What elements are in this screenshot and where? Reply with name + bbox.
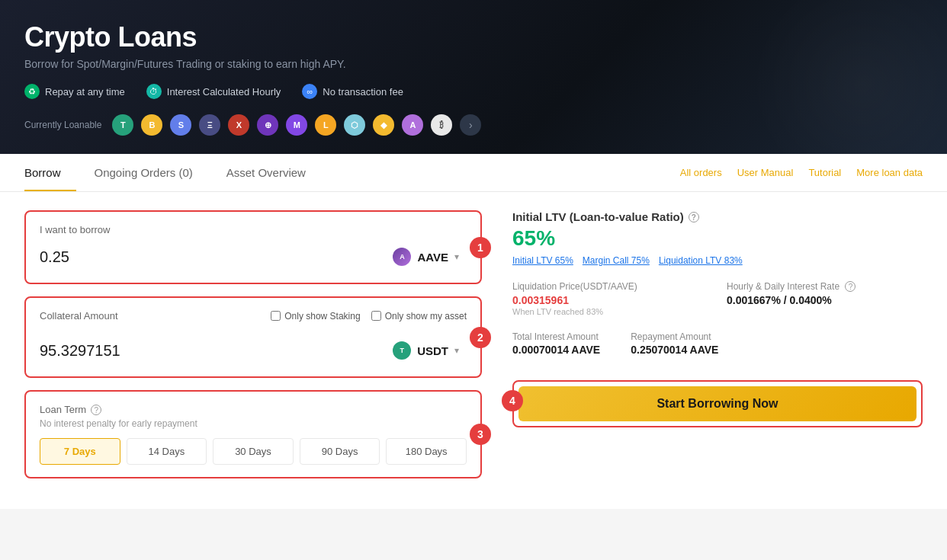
step-3-badge: 3 xyxy=(470,424,491,445)
ltv-info-row: Initial LTV 65% Margin Call 75% Liquidat… xyxy=(512,255,923,266)
more-coins-icon[interactable]: › xyxy=(460,114,481,136)
page-title: Crypto Loans xyxy=(24,21,923,53)
start-btn-border: Start Borrowing Now xyxy=(512,380,923,427)
coin-bnb[interactable]: B xyxy=(141,114,162,136)
fee-icon: ∞ xyxy=(302,84,317,99)
step-2-badge: 2 xyxy=(470,327,491,348)
aave-icon: A xyxy=(393,248,411,266)
tabs-section: Borrow Ongoing Orders (0) Asset Overview… xyxy=(0,154,947,192)
loan-term-header: Loan Term ? xyxy=(40,404,467,415)
collateral-section: Collateral Amount Only show Staking Only… xyxy=(24,296,482,378)
tabs-right: All orders User Manual Tutorial More loa… xyxy=(680,167,923,178)
badge-fee-text: No transaction fee xyxy=(323,86,403,98)
ltv-info-icon[interactable]: ? xyxy=(689,212,699,222)
hero-badges: ♻ Repay at any time ⏱ Interest Calculate… xyxy=(24,84,923,99)
liquidation-price-cell: Liquidation Price(USDT/AAVE) 0.00315961 … xyxy=(512,281,708,316)
term-180d[interactable]: 180 Days xyxy=(386,438,467,465)
ltv-liquidation-link[interactable]: Liquidation LTV 83% xyxy=(659,255,743,266)
borrow-asset-name: AAVE xyxy=(417,251,448,264)
interest-icon: ⏱ xyxy=(146,84,162,99)
interest-rate-value: 0.001667% / 0.0400% xyxy=(727,294,923,306)
collateral-label: Collateral Amount xyxy=(40,310,118,322)
staking-checkbox-label[interactable]: Only show Staking xyxy=(271,311,360,322)
loanable-row: Currently Loanable T B S Ξ X ⊕ M L ⬡ ◆ A… xyxy=(24,114,923,136)
coin-usdt[interactable]: T xyxy=(112,114,133,136)
term-90d[interactable]: 90 Days xyxy=(300,438,380,465)
staking-checkbox-text: Only show Staking xyxy=(284,311,360,322)
info-grid: Liquidation Price(USDT/AAVE) 0.00315961 … xyxy=(512,281,923,316)
term-30d[interactable]: 30 Days xyxy=(213,438,294,465)
staking-checkbox[interactable] xyxy=(271,311,281,321)
coin-lido[interactable]: L xyxy=(315,114,336,136)
coin-bnb2[interactable]: ◆ xyxy=(373,114,394,136)
badge-fee: ∞ No transaction fee xyxy=(302,84,403,99)
coin-steth[interactable]: S xyxy=(170,114,191,136)
hero-section: Crypto Loans Borrow for Spot/Margin/Futu… xyxy=(0,0,947,154)
collateral-asset-chevron: ▾ xyxy=(454,345,459,356)
all-orders-link[interactable]: All orders xyxy=(680,167,722,178)
badge-repay-text: Repay at any time xyxy=(45,86,125,98)
coin-xrp[interactable]: X xyxy=(228,114,249,136)
borrow-asset-chevron: ▾ xyxy=(454,251,459,262)
badge-interest: ⏱ Interest Calculated Hourly xyxy=(146,84,281,99)
myasset-checkbox-text: Only show my asset xyxy=(385,311,467,322)
cta-wrapper: Start Borrowing Now 4 xyxy=(512,374,923,427)
loan-term-info-icon[interactable]: ? xyxy=(91,405,101,415)
coin-atom[interactable]: ⊕ xyxy=(257,114,278,136)
tab-asset[interactable]: Asset Overview xyxy=(226,154,321,191)
coin-aave[interactable]: A xyxy=(402,114,423,136)
collateral-header: Collateral Amount Only show Staking Only… xyxy=(40,310,467,322)
badge-repay: ♻ Repay at any time xyxy=(24,84,125,99)
borrow-label: I want to borrow xyxy=(40,224,467,235)
tutorial-link[interactable]: Tutorial xyxy=(808,167,841,178)
borrow-asset-selector[interactable]: A AAVE ▾ xyxy=(385,243,467,270)
coin-matic[interactable]: M xyxy=(286,114,307,136)
user-manual-link[interactable]: User Manual xyxy=(737,167,794,178)
repay-icon: ♻ xyxy=(24,84,40,99)
coin-btc[interactable]: ₿ xyxy=(431,114,452,136)
repayment-value: 0.25070014 AAVE xyxy=(631,344,718,356)
total-interest-value: 0.00070014 AAVE xyxy=(512,344,600,356)
tabs-left: Borrow Ongoing Orders (0) Asset Overview xyxy=(24,154,339,191)
repayment-row: Total Interest Amount 0.00070014 AAVE Re… xyxy=(512,331,923,362)
ltv-initial-link[interactable]: Initial LTV 65% xyxy=(512,255,573,266)
tab-borrow[interactable]: Borrow xyxy=(24,154,76,191)
ltv-margin-link[interactable]: Margin Call 75% xyxy=(583,255,650,266)
myasset-checkbox[interactable] xyxy=(371,311,381,321)
loan-term-note: No interest penalty for early repayment xyxy=(40,418,467,429)
term-buttons: 7 Days 14 Days 30 Days 90 Days 180 Days xyxy=(40,438,467,465)
interest-rate-cell: Hourly & Daily Interest Rate ? 0.001667%… xyxy=(727,281,923,316)
start-borrowing-button[interactable]: Start Borrowing Now xyxy=(518,386,917,421)
myasset-checkbox-label[interactable]: Only show my asset xyxy=(371,311,467,322)
collateral-asset-name: USDT xyxy=(417,344,448,357)
interest-info-icon[interactable]: ? xyxy=(845,281,856,292)
right-panel: Initial LTV (Loan-to-value Ratio) ? 65% … xyxy=(512,210,923,491)
interest-rate-label: Hourly & Daily Interest Rate ? xyxy=(727,281,923,292)
collateral-input-row: T USDT ▾ xyxy=(40,337,467,364)
borrow-section: I want to borrow A AAVE ▾ 1 xyxy=(24,210,482,284)
collateral-asset-selector[interactable]: T USDT ▾ xyxy=(385,337,467,364)
repayment-cell: Repayment Amount 0.25070014 AAVE xyxy=(631,331,718,356)
repayment-label: Repayment Amount xyxy=(631,331,718,342)
ltv-title: Initial LTV (Loan-to-value Ratio) ? xyxy=(512,210,923,223)
more-loan-link[interactable]: More loan data xyxy=(856,167,923,178)
hero-subtitle: Borrow for Spot/Margin/Futures Trading o… xyxy=(24,58,923,70)
borrow-input-row: A AAVE ▾ xyxy=(40,243,467,270)
term-7d[interactable]: 7 Days xyxy=(40,438,120,465)
main-content: I want to borrow A AAVE ▾ 1 Collateral A… xyxy=(0,192,947,509)
borrow-amount-input[interactable] xyxy=(40,248,385,266)
coin-eth[interactable]: Ξ xyxy=(199,114,220,136)
left-panel: I want to borrow A AAVE ▾ 1 Collateral A… xyxy=(24,210,482,491)
usdt-icon: T xyxy=(393,341,411,360)
badge-interest-text: Interest Calculated Hourly xyxy=(167,86,281,98)
collateral-amount-input[interactable] xyxy=(40,342,385,360)
coin-link[interactable]: ⬡ xyxy=(344,114,365,136)
total-interest-label: Total Interest Amount xyxy=(512,331,600,342)
tab-ongoing[interactable]: Ongoing Orders (0) xyxy=(95,154,208,191)
ltv-percent: 65% xyxy=(512,226,923,251)
liquidation-note: When LTV reached 83% xyxy=(512,307,708,316)
total-interest-cell: Total Interest Amount 0.00070014 AAVE xyxy=(512,331,600,356)
loanable-label: Currently Loanable xyxy=(24,120,101,130)
step-1-badge: 1 xyxy=(470,237,491,258)
term-14d[interactable]: 14 Days xyxy=(127,438,207,465)
